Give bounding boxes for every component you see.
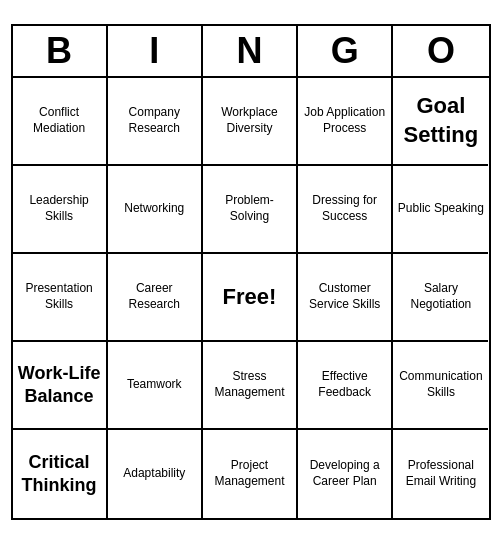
bingo-cell-21[interactable]: Adaptability [108,430,203,518]
bingo-cell-8[interactable]: Dressing for Success [298,166,393,254]
bingo-cell-14[interactable]: Salary Negotiation [393,254,488,342]
bingo-header: BINGO [13,26,489,78]
bingo-cell-7[interactable]: Problem-Solving [203,166,298,254]
bingo-cell-9[interactable]: Public Speaking [393,166,488,254]
bingo-letter-o: O [393,26,488,76]
bingo-cell-19[interactable]: Communication Skills [393,342,488,430]
bingo-cell-24[interactable]: Professional Email Writing [393,430,488,518]
bingo-cell-20[interactable]: Critical Thinking [13,430,108,518]
bingo-cell-16[interactable]: Teamwork [108,342,203,430]
bingo-cell-18[interactable]: Effective Feedback [298,342,393,430]
bingo-cell-22[interactable]: Project Management [203,430,298,518]
bingo-grid: Conflict MediationCompany ResearchWorkpl… [13,78,489,518]
bingo-cell-1[interactable]: Company Research [108,78,203,166]
bingo-cell-12[interactable]: Free! [203,254,298,342]
bingo-letter-b: B [13,26,108,76]
bingo-cell-13[interactable]: Customer Service Skills [298,254,393,342]
bingo-letter-g: G [298,26,393,76]
bingo-cell-10[interactable]: Presentation Skills [13,254,108,342]
bingo-cell-0[interactable]: Conflict Mediation [13,78,108,166]
bingo-letter-n: N [203,26,298,76]
bingo-cell-4[interactable]: Goal Setting [393,78,488,166]
bingo-cell-5[interactable]: Leadership Skills [13,166,108,254]
bingo-card: BINGO Conflict MediationCompany Research… [11,24,491,520]
bingo-cell-2[interactable]: Workplace Diversity [203,78,298,166]
bingo-cell-6[interactable]: Networking [108,166,203,254]
bingo-cell-11[interactable]: Career Research [108,254,203,342]
bingo-cell-15[interactable]: Work-Life Balance [13,342,108,430]
bingo-cell-23[interactable]: Developing a Career Plan [298,430,393,518]
bingo-cell-17[interactable]: Stress Management [203,342,298,430]
bingo-letter-i: I [108,26,203,76]
bingo-cell-3[interactable]: Job Application Process [298,78,393,166]
